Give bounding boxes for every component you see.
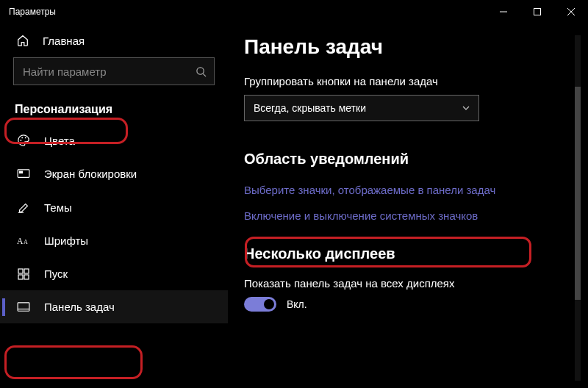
sidebar-item-label: Пуск [44, 267, 68, 280]
svg-rect-16 [24, 275, 29, 279]
scrollbar[interactable] [575, 35, 581, 381]
active-indicator [2, 298, 5, 316]
svg-text:A: A [17, 237, 24, 245]
themes-icon [16, 201, 31, 214]
search-input-container[interactable] [13, 57, 215, 85]
svg-rect-15 [18, 275, 23, 279]
sidebar-item-themes[interactable]: Темы [0, 190, 228, 224]
group-buttons-label: Группировать кнопки на панели задач [244, 75, 575, 87]
sidebar-item-label: Панель задач [44, 301, 115, 313]
sidebar-item-lockscreen[interactable]: Экран блокировки [0, 157, 228, 190]
palette-icon [16, 134, 31, 147]
sidebar-item-fonts[interactable]: AA Шрифты [0, 224, 228, 257]
group-buttons-dropdown[interactable]: Всегда, скрывать метки [244, 95, 479, 121]
search-icon [196, 66, 207, 77]
svg-point-6 [21, 140, 22, 141]
dropdown-value: Всегда, скрывать метки [254, 102, 366, 114]
fonts-icon: AA [16, 235, 31, 247]
minimize-button[interactable] [487, 0, 520, 24]
category-header: Персонализация [0, 98, 228, 123]
window-title: Параметры [9, 7, 56, 17]
svg-rect-14 [24, 269, 29, 273]
svg-rect-10 [19, 170, 23, 173]
svg-rect-17 [18, 302, 29, 310]
lockscreen-icon [16, 169, 31, 179]
svg-point-4 [197, 67, 204, 73]
multiple-displays-heading: Несколько дисплеев [244, 245, 575, 262]
notification-area-heading: Область уведомлений [244, 151, 575, 168]
sidebar-item-label: Темы [44, 201, 72, 214]
sidebar-item-start[interactable]: Пуск [0, 257, 228, 290]
home-nav[interactable]: Главная [0, 26, 228, 57]
link-select-taskbar-icons[interactable]: Выберите значки, отображаемые в панели з… [244, 182, 495, 198]
svg-text:A: A [24, 239, 28, 245]
chevron-down-icon [462, 106, 470, 110]
page-title: Панель задач [244, 35, 575, 59]
svg-line-5 [203, 73, 206, 76]
sidebar-item-colors[interactable]: Цвета [0, 123, 228, 157]
svg-point-7 [21, 137, 23, 139]
taskbar-icon [16, 302, 31, 312]
svg-point-8 [25, 137, 26, 139]
svg-rect-13 [18, 269, 23, 273]
svg-rect-1 [534, 9, 541, 15]
sidebar-item-taskbar[interactable]: Панель задач [0, 290, 228, 323]
show-taskbar-all-displays-label: Показать панель задач на всех дисплеях [244, 277, 575, 290]
home-label: Главная [43, 35, 85, 47]
sidebar-item-label: Шрифты [44, 234, 88, 247]
toggle-state-label: Вкл. [287, 298, 307, 310]
sidebar-item-label: Экран блокировки [44, 168, 137, 180]
sidebar-item-label: Цвета [44, 134, 75, 147]
scrollbar-thumb[interactable] [575, 87, 581, 300]
toggle-knob [264, 299, 274, 309]
link-system-icons-toggle[interactable]: Включение и выключение системных значков [244, 208, 478, 223]
search-input[interactable] [23, 65, 196, 78]
start-icon [16, 268, 31, 280]
home-icon [16, 34, 29, 47]
show-taskbar-all-displays-toggle[interactable] [244, 297, 276, 312]
maximize-button[interactable] [520, 0, 554, 24]
close-button[interactable] [554, 0, 588, 24]
